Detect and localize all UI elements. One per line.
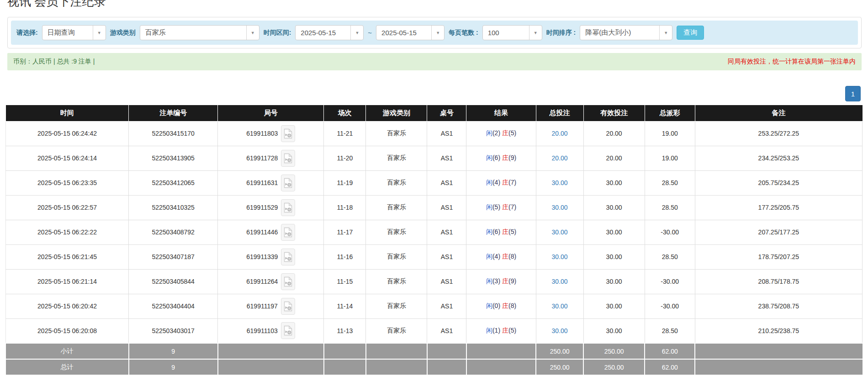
- total-bet-link[interactable]: 30.00: [552, 204, 568, 211]
- total-bet-link[interactable]: 30.00: [552, 302, 568, 310]
- column-header: 总投注: [536, 105, 583, 121]
- column-header: 桌号: [427, 105, 466, 121]
- total-bet-cell: 30.00: [536, 195, 583, 220]
- game-type-cell: 百家乐: [366, 318, 427, 343]
- column-header: 时间: [6, 105, 129, 121]
- bet-id-cell: 522503404404: [129, 294, 218, 318]
- currency-total-text: 币别：人民币 | 总共 :9 注单 |: [13, 58, 95, 66]
- total-bet-link[interactable]: 30.00: [552, 228, 568, 236]
- chevron-down-icon: ▼: [529, 26, 542, 40]
- film-document-icon: [284, 252, 292, 262]
- total-bet-link[interactable]: 30.00: [552, 327, 568, 334]
- total-bet-link[interactable]: 30.00: [552, 179, 568, 186]
- result-cell: 闲(4) 庄(7): [466, 170, 536, 195]
- bet-id-cell: 522503407187: [129, 244, 218, 269]
- round-id-cell: 619911446: [218, 220, 324, 244]
- remark-cell: 177.25/205.75: [695, 195, 862, 220]
- table-no-cell: AS1: [427, 294, 466, 318]
- round-id-value: 619911103: [247, 327, 278, 334]
- film-document-icon: [284, 153, 292, 164]
- result-cell: 闲(6) 庄(5): [466, 220, 536, 244]
- game-type-select[interactable]: 百家乐 ▼: [140, 25, 259, 40]
- banker-result: 庄: [502, 302, 508, 309]
- footer-label-cell: 小计: [6, 343, 129, 359]
- round-id-content: 619911529: [220, 199, 322, 216]
- player-score: (1): [492, 327, 500, 334]
- table-row: 2025-05-15 06:24:14522503413905619911728…: [6, 146, 863, 170]
- footer-valid-bet-cell: 250.00: [583, 343, 645, 359]
- query-button[interactable]: 查询: [677, 26, 704, 40]
- player-score: (6): [492, 228, 500, 235]
- date-range-separator: ~: [368, 29, 372, 37]
- total-bet-link[interactable]: 20.00: [552, 154, 568, 162]
- payout-cell: 19.00: [645, 121, 695, 146]
- round-id-value: 619911529: [246, 204, 278, 211]
- bet-records-table: 时间注单编号局号场次游戏类别桌号结果总投注有效投注总派彩备注 2025-05-1…: [5, 105, 863, 376]
- total-bet-link[interactable]: 20.00: [552, 130, 568, 137]
- filter-bar: 请选择: 日期查询 ▼ 游戏类别 百家乐 ▼ 时间区间: 2025-05-15 …: [11, 21, 858, 45]
- total-bet-link[interactable]: 30.00: [552, 278, 568, 285]
- session-cell: 11-19: [324, 170, 366, 195]
- date-to-select[interactable]: 2025-05-15 ▼: [376, 25, 445, 40]
- banker-result: 庄: [502, 253, 508, 260]
- time-sort-select[interactable]: 降幂(由大到小) ▼: [580, 25, 672, 40]
- game-type-cell: 百家乐: [366, 244, 427, 269]
- round-id-value: 619911728: [246, 154, 278, 162]
- banker-score: (8): [508, 253, 516, 260]
- video-replay-button[interactable]: [281, 175, 295, 191]
- player-result: 闲: [486, 228, 492, 235]
- date-from-select[interactable]: 2025-05-15 ▼: [295, 25, 364, 40]
- round-id-cell: 619911631: [218, 170, 324, 195]
- total-bet-link[interactable]: 30.00: [552, 253, 568, 260]
- round-id-cell: 619911264: [218, 269, 324, 294]
- footer-empty-cell: [218, 359, 324, 375]
- total-bet-cell: 30.00: [536, 269, 583, 294]
- payout-cell: 28.50: [645, 318, 695, 343]
- remark-cell: 210.25/238.75: [695, 318, 862, 343]
- video-replay-button[interactable]: [281, 322, 295, 339]
- page-size-select[interactable]: 100 ▼: [482, 25, 542, 40]
- total-bet-cell: 30.00: [536, 294, 583, 318]
- page-number-button[interactable]: 1: [845, 86, 861, 101]
- player-result: 闲: [486, 253, 492, 260]
- video-replay-button[interactable]: [281, 125, 295, 142]
- remark-cell: 253.25/272.25: [695, 121, 862, 146]
- valid-bet-cell: 20.00: [583, 121, 645, 146]
- payout-cell: 28.50: [645, 170, 695, 195]
- page: 视讯 会员下注纪录 请选择: 日期查询 ▼ 游戏类别 百家乐 ▼ 时间区间: 2…: [0, 0, 868, 387]
- table-header-row: 时间注单编号局号场次游戏类别桌号结果总投注有效投注总派彩备注: [6, 105, 863, 121]
- time-cell: 2025-05-15 06:24:14: [6, 146, 129, 170]
- film-document-icon: [284, 128, 292, 139]
- total-bet-cell: 30.00: [536, 318, 583, 343]
- banker-score: (7): [508, 179, 516, 186]
- player-result: 闲: [486, 302, 492, 309]
- time-cell: 2025-05-15 06:22:22: [6, 220, 129, 244]
- query-mode-select[interactable]: 日期查询 ▼: [42, 25, 106, 40]
- round-id-cell: 619911529: [218, 195, 324, 220]
- video-replay-button[interactable]: [281, 150, 295, 167]
- session-cell: 11-18: [324, 195, 366, 220]
- game-type-cell: 百家乐: [366, 269, 427, 294]
- time-cell: 2025-05-15 06:23:35: [6, 170, 129, 195]
- table-no-cell: AS1: [427, 146, 466, 170]
- payout-cell: -30.00: [645, 220, 695, 244]
- table-row: 2025-05-15 06:23:35522503412065619911631…: [6, 170, 863, 195]
- banker-score: (5): [508, 327, 516, 334]
- video-replay-button[interactable]: [281, 199, 295, 216]
- player-score: (0): [492, 302, 500, 309]
- table-no-cell: AS1: [427, 121, 466, 146]
- video-replay-button[interactable]: [281, 273, 295, 290]
- game-type-cell: 百家乐: [366, 170, 427, 195]
- round-id-value: 619911339: [246, 253, 278, 260]
- game-type-cell: 百家乐: [366, 294, 427, 318]
- video-replay-button[interactable]: [281, 224, 295, 241]
- column-header: 局号: [218, 105, 324, 121]
- video-replay-button[interactable]: [281, 298, 295, 315]
- valid-bet-cell: 30.00: [583, 318, 645, 343]
- game-type-cell: 百家乐: [366, 220, 427, 244]
- banker-result: 庄: [502, 277, 508, 285]
- date-range-label: 时间区间:: [264, 29, 291, 37]
- bet-id-cell: 522503415170: [129, 121, 218, 146]
- video-replay-button[interactable]: [281, 249, 295, 265]
- player-result: 闲: [486, 179, 492, 186]
